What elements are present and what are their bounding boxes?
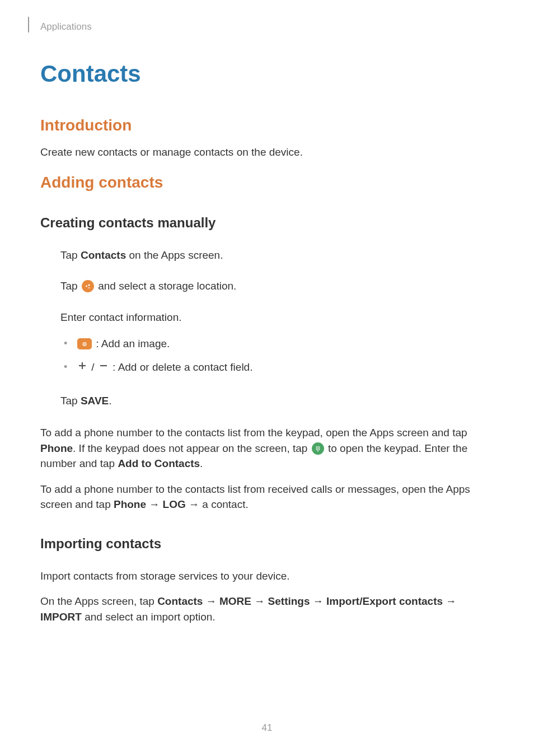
step-1-bold: Contacts [81, 249, 126, 261]
p2-b: a contact. [202, 498, 248, 510]
subsection-creating-title: Creating contacts manually [40, 215, 494, 231]
p2-a: To add a phone number to the contacts li… [40, 483, 470, 511]
svg-point-15 [317, 449, 318, 450]
bullet2-separator: / [88, 361, 97, 373]
add-contact-icon [82, 280, 94, 292]
imp-a: On the Apps screen, tap [40, 595, 157, 607]
imp-b4: Import/Export contacts [326, 595, 443, 607]
p1-a: To add a phone number to the contacts li… [40, 427, 467, 438]
step-1-text-post: on the Apps screen. [126, 249, 223, 261]
subsection-importing-title: Importing contacts [40, 536, 494, 552]
step-4: Tap SAVE. [60, 393, 494, 409]
intro-body: Create new contacts or manage contacts o… [40, 144, 494, 160]
p1-bold1: Phone [40, 442, 73, 454]
step-4-text-pre: Tap [60, 395, 81, 407]
p2-arrow1: → [146, 498, 163, 510]
imp-ar2: → [251, 595, 268, 607]
p2-bold1: Phone [114, 498, 146, 510]
imp-ar3: → [310, 595, 327, 607]
plus-icon [77, 358, 87, 376]
step-2-text-post: and select a storage location. [95, 280, 236, 292]
after-step-paragraph-2: To add a phone number to the contacts li… [40, 482, 494, 512]
imp-c: and select an import option. [82, 611, 216, 623]
sub-bullet-1: : Add an image. [60, 335, 494, 353]
svg-point-16 [318, 449, 320, 450]
step-1: Tap Contacts on the Apps screen. [60, 248, 494, 263]
steps-list: Tap Contacts on the Apps screen. Tap and… [60, 248, 494, 409]
p2-bold2: LOG [163, 498, 186, 510]
sub-bullet-2-text: : Add or delete a contact field. [110, 361, 253, 373]
breadcrumb: Applications [40, 21, 494, 32]
after-step-paragraph-1: To add a phone number to the contacts li… [40, 425, 494, 472]
sub-bullet-1-text: : Add an image. [93, 338, 170, 349]
p1-bold2: Add to Contacts [118, 458, 200, 469]
step-2-text-pre: Tap [60, 280, 81, 292]
imp-b1: Contacts [157, 595, 203, 607]
sub-bullet-list: : Add an image. / : Add or delete a cont… [60, 335, 494, 377]
imp-b3: Settings [268, 595, 310, 607]
step-1-text-pre: Tap [60, 249, 81, 261]
header-divider [28, 17, 29, 32]
step-2: Tap and select a storage location. [60, 278, 494, 294]
svg-point-11 [316, 447, 317, 449]
svg-point-14 [316, 449, 317, 450]
page-title: Contacts [40, 60, 494, 87]
p1-d: . [200, 458, 203, 469]
step-4-text-post: . [109, 395, 111, 407]
sub-bullet-2: / : Add or delete a contact field. [60, 358, 494, 377]
step-3: Enter contact information. : Add an imag… [60, 310, 494, 377]
page-content: Contacts Introduction Create new contact… [40, 60, 494, 625]
minus-icon [99, 358, 109, 376]
imp-ar1: → [203, 595, 219, 607]
keypad-icon [312, 442, 324, 455]
svg-point-2 [88, 284, 90, 286]
camera-icon [77, 338, 92, 349]
svg-point-10 [318, 446, 320, 447]
svg-point-13 [318, 447, 320, 449]
svg-point-4 [84, 344, 85, 345]
imp-b2: MORE [219, 595, 251, 607]
p1-b: . If the keypad does not appear on the s… [73, 442, 311, 454]
importing-body-1: Import contacts from storage services to… [40, 568, 494, 584]
step-4-bold: SAVE [81, 395, 109, 407]
svg-point-17 [317, 450, 318, 451]
section-adding-title: Adding contacts [40, 174, 494, 192]
svg-point-12 [317, 447, 318, 449]
importing-body-2: On the Apps screen, tap Contacts → MORE … [40, 594, 494, 624]
svg-point-8 [316, 446, 317, 447]
page-number: 41 [0, 722, 534, 734]
p2-arrow2: → [186, 498, 203, 510]
imp-ar4: → [443, 595, 456, 607]
imp-b5: IMPORT [40, 611, 82, 623]
svg-point-9 [317, 446, 318, 447]
section-introduction-title: Introduction [40, 116, 494, 134]
step-3-text: Enter contact information. [60, 311, 182, 323]
